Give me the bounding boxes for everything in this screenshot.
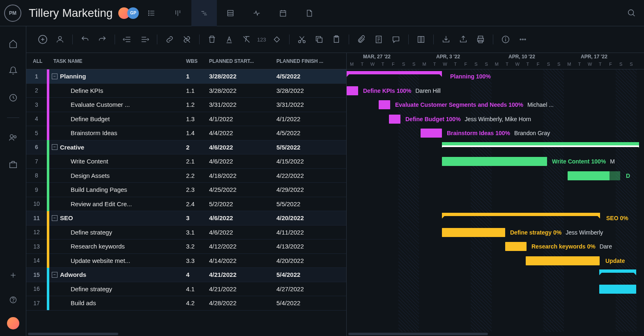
undo-icon[interactable] xyxy=(78,33,92,46)
view-board-icon[interactable] xyxy=(165,0,191,26)
column-planned-start[interactable]: PLANNED START... xyxy=(209,58,276,64)
wbs-cell[interactable]: 1.2 xyxy=(186,101,209,108)
unlink-icon[interactable] xyxy=(180,33,193,46)
view-activity-icon[interactable] xyxy=(244,0,269,26)
planned-finish-cell[interactable]: 4/15/2022 xyxy=(276,158,346,165)
text-color-icon[interactable] xyxy=(223,33,236,46)
task-row[interactable]: 12Define strategy3.14/6/20224/11/2022 xyxy=(26,226,346,240)
avatar[interactable]: GP xyxy=(127,7,139,19)
horizontal-scrollbar[interactable] xyxy=(26,332,346,336)
wbs-cell[interactable]: 2 xyxy=(186,144,209,151)
wbs-cell[interactable]: 3 xyxy=(186,214,209,221)
collapse-icon[interactable]: − xyxy=(52,215,58,221)
app-logo[interactable]: PM xyxy=(4,5,21,22)
collapse-icon[interactable]: − xyxy=(52,144,58,150)
planned-finish-cell[interactable]: 4/22/2022 xyxy=(276,172,346,179)
planned-finish-cell[interactable]: 5/5/2022 xyxy=(276,144,346,151)
task-name-cell[interactable]: Review and Edit Cre... xyxy=(49,200,186,207)
task-row[interactable]: 10Review and Edit Cre...2.45/2/20225/5/2… xyxy=(26,197,346,212)
home-icon[interactable] xyxy=(6,36,21,51)
gantt-task-bar[interactable] xyxy=(442,228,505,237)
user-avatar[interactable] xyxy=(7,317,19,329)
gantt-task-bar[interactable] xyxy=(599,285,636,294)
planned-start-cell[interactable]: 4/28/2022 xyxy=(209,299,276,306)
task-name-cell[interactable]: Build Landing Pages xyxy=(49,186,186,193)
indent-icon[interactable] xyxy=(138,33,151,46)
column-all[interactable]: ALL xyxy=(26,58,47,64)
comment-icon[interactable] xyxy=(389,33,402,46)
planned-finish-cell[interactable]: 3/31/2022 xyxy=(276,101,346,108)
gantt-task-bar[interactable] xyxy=(421,129,442,138)
task-name-cell[interactable]: Build ads xyxy=(49,299,186,306)
planned-finish-cell[interactable]: 4/5/2022 xyxy=(276,73,346,80)
horizontal-scrollbar[interactable] xyxy=(347,332,644,336)
outdent-icon[interactable] xyxy=(121,33,134,46)
wbs-cell[interactable]: 4 xyxy=(186,271,209,278)
task-row[interactable]: 8Design Assets2.24/18/20224/22/2022 xyxy=(26,169,346,183)
wbs-cell[interactable]: 2.1 xyxy=(186,158,209,165)
planned-start-cell[interactable]: 5/2/2022 xyxy=(209,200,276,207)
paste-icon[interactable] xyxy=(330,33,343,46)
planned-finish-cell[interactable]: 5/5/2022 xyxy=(276,200,346,207)
planned-start-cell[interactable]: 4/21/2022 xyxy=(209,285,276,292)
planned-finish-cell[interactable]: 4/5/2022 xyxy=(276,129,346,136)
planned-start-cell[interactable]: 4/6/2022 xyxy=(209,229,276,236)
planned-start-cell[interactable]: 4/21/2022 xyxy=(209,271,276,278)
planned-finish-cell[interactable]: 3/28/2022 xyxy=(276,87,346,94)
recent-icon[interactable] xyxy=(6,90,21,105)
task-row[interactable]: 16Define strategy4.14/21/20224/27/2022 xyxy=(26,282,346,297)
wbs-cell[interactable]: 2.3 xyxy=(186,186,209,193)
wbs-cell[interactable]: 2.4 xyxy=(186,200,209,207)
task-row[interactable]: 14Update website met...3.34/14/20224/20/… xyxy=(26,254,346,268)
wbs-cell[interactable]: 1.4 xyxy=(186,129,209,136)
delete-icon[interactable] xyxy=(205,33,218,46)
more-icon[interactable] xyxy=(516,33,529,46)
search-icon[interactable] xyxy=(623,5,640,21)
gantt-task-bar[interactable] xyxy=(568,171,620,180)
wbs-cell[interactable]: 1.1 xyxy=(186,87,209,94)
planned-finish-cell[interactable]: 4/1/2022 xyxy=(276,115,346,122)
planned-start-cell[interactable]: 4/12/2022 xyxy=(209,243,276,250)
collapse-icon[interactable]: − xyxy=(52,272,58,278)
planned-start-cell[interactable]: 4/14/2022 xyxy=(209,257,276,264)
view-list-icon[interactable] xyxy=(139,0,164,26)
column-task-name[interactable]: TASK NAME xyxy=(49,58,186,64)
planned-start-cell[interactable]: 4/6/2022 xyxy=(209,144,276,151)
task-name-cell[interactable]: −Adwords xyxy=(49,271,186,278)
planned-finish-cell[interactable]: 5/4/2022 xyxy=(276,271,346,278)
notes-icon[interactable] xyxy=(372,33,385,46)
columns-icon[interactable] xyxy=(414,33,428,46)
view-sheet-icon[interactable] xyxy=(218,0,243,26)
print-icon[interactable] xyxy=(474,33,487,46)
notifications-icon[interactable] xyxy=(6,63,21,78)
planned-finish-cell[interactable]: 4/13/2022 xyxy=(276,243,346,250)
export-icon[interactable] xyxy=(457,33,470,46)
planned-finish-cell[interactable]: 5/4/2022 xyxy=(276,299,346,306)
wbs-cell[interactable]: 2.2 xyxy=(186,172,209,179)
task-name-cell[interactable]: Define KPIs xyxy=(49,87,186,94)
gantt-task-bar[interactable] xyxy=(389,115,400,124)
view-gantt-icon[interactable] xyxy=(191,0,217,26)
wbs-cell[interactable]: 1 xyxy=(186,73,209,80)
view-file-icon[interactable] xyxy=(297,0,322,26)
planned-start-cell[interactable]: 3/31/2022 xyxy=(209,101,276,108)
planned-start-cell[interactable]: 4/6/2022 xyxy=(209,214,276,221)
planned-start-cell[interactable]: 4/6/2022 xyxy=(209,158,276,165)
gantt-task-bar[interactable] xyxy=(379,100,390,109)
gantt-task-bar[interactable] xyxy=(526,256,600,265)
task-name-cell[interactable]: −Planning xyxy=(49,73,186,80)
info-icon[interactable] xyxy=(499,33,512,46)
project-members[interactable]: GP xyxy=(121,7,139,19)
wbs-cell[interactable]: 3.2 xyxy=(186,243,209,250)
wbs-cell[interactable]: 4.2 xyxy=(186,299,209,306)
planned-start-cell[interactable]: 3/28/2022 xyxy=(209,73,276,80)
add-task-icon[interactable] xyxy=(36,33,49,46)
planned-finish-cell[interactable]: 4/29/2022 xyxy=(276,186,346,193)
gantt-timeline-header[interactable]: MAR, 27 '22APR, 3 '22APR, 10 '22APR, 17 … xyxy=(347,53,644,69)
task-name-cell[interactable]: Brainstorm Ideas xyxy=(49,129,186,136)
planned-finish-cell[interactable]: 4/20/2022 xyxy=(276,257,346,264)
clear-format-icon[interactable] xyxy=(240,33,253,46)
help-icon[interactable] xyxy=(6,292,21,307)
planned-finish-cell[interactable]: 4/11/2022 xyxy=(276,229,346,236)
copy-icon[interactable] xyxy=(313,33,326,46)
